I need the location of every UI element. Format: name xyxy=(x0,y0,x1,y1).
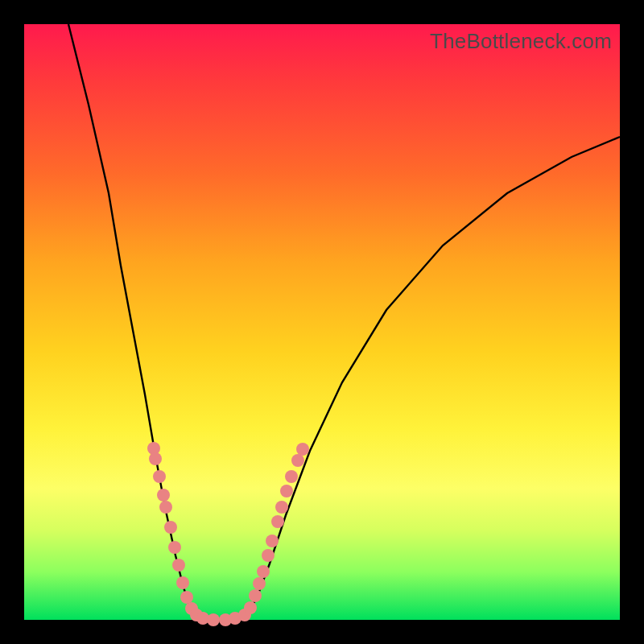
curve-right xyxy=(248,137,620,614)
data-dot xyxy=(172,559,185,572)
data-dot xyxy=(157,489,170,502)
data-dot xyxy=(168,541,181,554)
data-dot xyxy=(262,549,275,562)
data-dot xyxy=(253,577,266,590)
data-dot xyxy=(149,452,162,465)
data-dot xyxy=(159,501,172,514)
data-dot xyxy=(207,613,220,626)
data-dot xyxy=(244,601,257,614)
data-dot xyxy=(153,470,166,483)
data-dot xyxy=(257,565,270,578)
data-dot xyxy=(280,485,293,497)
data-dot xyxy=(296,443,309,456)
data-dot xyxy=(180,591,193,604)
data-dot xyxy=(271,515,284,528)
data-dot xyxy=(249,589,262,602)
data-dot xyxy=(266,535,279,547)
watermark-label: TheBottleneck.com xyxy=(430,29,612,54)
chart-svg xyxy=(24,24,620,620)
chart-frame: TheBottleneck.com xyxy=(24,24,620,620)
data-dot xyxy=(285,470,298,483)
data-dot xyxy=(275,501,288,514)
data-dot xyxy=(176,576,189,589)
data-dot xyxy=(164,521,177,534)
data-dot xyxy=(291,454,304,467)
